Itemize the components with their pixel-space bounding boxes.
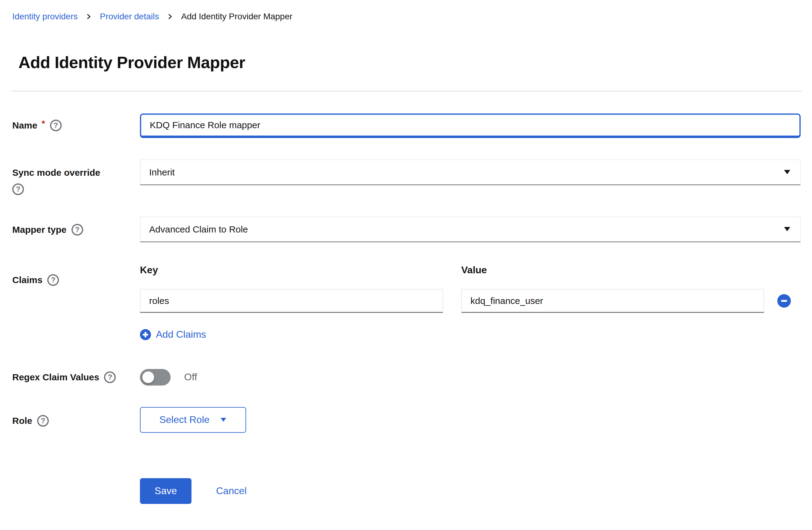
breadcrumb-link-identity-providers[interactable]: Identity providers xyxy=(12,11,78,23)
add-claims-label: Add Claims xyxy=(156,329,206,340)
chevron-right-icon xyxy=(86,12,92,21)
cancel-button[interactable]: Cancel xyxy=(216,485,247,497)
claims-control-col: Key Value Add Claims xyxy=(140,264,801,341)
role-label: Role xyxy=(12,415,32,427)
sync-mode-override-help-icon[interactable]: ? xyxy=(12,183,24,195)
mapper-type-label: Mapper type xyxy=(12,224,67,236)
required-indicator: * xyxy=(42,119,45,129)
claims-help-icon[interactable]: ? xyxy=(47,274,59,286)
sync-mode-override-label: Sync mode override xyxy=(12,167,100,178)
regex-claim-values-help-icon[interactable]: ? xyxy=(104,371,116,383)
regex-claim-values-row: Regex Claim Values ? Off xyxy=(12,369,801,385)
toggle-knob-icon xyxy=(142,371,154,383)
breadcrumb-current: Add Identity Provider Mapper xyxy=(181,11,292,23)
claims-row: Claims ? Key Value xyxy=(12,264,801,341)
claims-key-header: Key xyxy=(140,264,443,276)
sync-mode-override-select[interactable]: Inherit xyxy=(140,160,801,185)
plus-icon xyxy=(140,329,151,340)
form-actions: Save Cancel xyxy=(12,478,801,504)
chevron-down-icon xyxy=(783,227,791,232)
role-label-col: Role ? xyxy=(12,407,140,427)
page-root: Identity providers Provider details Add … xyxy=(0,0,812,504)
chevron-right-icon xyxy=(167,12,173,21)
add-claims-button[interactable]: Add Claims xyxy=(140,329,206,340)
regex-claim-values-label-col: Regex Claim Values ? xyxy=(12,369,140,383)
mapper-type-help-icon[interactable]: ? xyxy=(72,224,83,236)
name-help-icon[interactable]: ? xyxy=(50,120,62,131)
chevron-down-icon xyxy=(783,170,791,175)
mapper-type-row: Mapper type ? Advanced Claim to Role xyxy=(12,217,801,242)
toggle-state-label: Off xyxy=(184,371,197,383)
select-role-button[interactable]: Select Role xyxy=(140,407,246,433)
claim-row xyxy=(140,289,801,313)
claim-key-input[interactable] xyxy=(140,289,443,313)
breadcrumb: Identity providers Provider details Add … xyxy=(12,11,801,23)
chevron-down-icon xyxy=(220,418,227,422)
regex-claim-values-control-col: Off xyxy=(140,369,801,385)
claims-label: Claims xyxy=(12,274,42,286)
name-control-col xyxy=(140,114,801,138)
mapper-type-value: Advanced Claim to Role xyxy=(149,224,248,235)
mapper-form: Name * ? Sync mode override ? Inherit xyxy=(12,114,801,504)
claims-value-header: Value xyxy=(461,264,487,276)
sync-mode-override-label-col: Sync mode override ? xyxy=(12,160,140,195)
claim-value-input[interactable] xyxy=(461,289,764,313)
select-role-label: Select Role xyxy=(159,414,209,425)
regex-claim-values-label: Regex Claim Values xyxy=(12,371,99,383)
remove-claim-button[interactable] xyxy=(777,294,791,308)
mapper-type-select[interactable]: Advanced Claim to Role xyxy=(140,217,801,242)
claims-label-col: Claims ? xyxy=(12,264,140,286)
regex-claim-values-toggle[interactable] xyxy=(140,369,171,385)
role-help-icon[interactable]: ? xyxy=(37,415,49,427)
name-label: Name xyxy=(12,120,38,131)
name-input[interactable] xyxy=(140,114,801,138)
save-button[interactable]: Save xyxy=(140,478,191,504)
sync-mode-override-control-col: Inherit xyxy=(140,160,801,185)
name-label-col: Name * ? xyxy=(12,114,140,131)
sync-mode-override-value: Inherit xyxy=(149,167,175,178)
claims-headers: Key Value xyxy=(140,264,801,276)
mapper-type-control-col: Advanced Claim to Role xyxy=(140,217,801,242)
minus-icon xyxy=(781,300,787,302)
sync-mode-override-row: Sync mode override ? Inherit xyxy=(12,160,801,195)
name-row: Name * ? xyxy=(12,114,801,138)
role-row: Role ? Select Role xyxy=(12,407,801,433)
section-divider xyxy=(12,91,801,91)
page-title: Add Identity Provider Mapper xyxy=(18,52,801,72)
mapper-type-label-col: Mapper type ? xyxy=(12,217,140,236)
breadcrumb-link-provider-details[interactable]: Provider details xyxy=(100,11,159,23)
role-control-col: Select Role xyxy=(140,407,801,433)
